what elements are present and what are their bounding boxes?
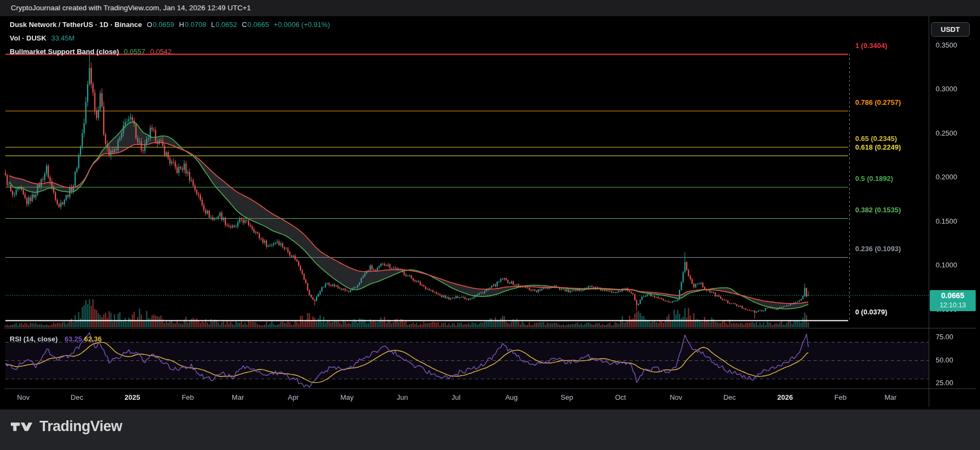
band-legend-row[interactable]: Bullmarket Support Band (close)0.05570.0… [10,48,330,56]
tradingview-logo[interactable]: TradingView [11,418,122,435]
current-price-value: 0.0665 [930,290,976,301]
volume-label: Vol · DUSK [10,34,46,42]
rsi-value: 63.25 [65,335,83,343]
tradingview-wordmark: TradingView [39,418,122,435]
volume-legend-row[interactable]: Vol · DUSK33.45M [10,34,330,43]
high-label: H [179,21,184,29]
low-label: L [211,21,215,29]
change-value: +0.0006 (+0.91%) [274,21,330,29]
candle-countdown: 12:10:13 [930,301,976,310]
current-price-badge[interactable]: 0.0665 12:10:13 [930,290,976,311]
band-value-slow: 0.0542 [150,48,172,56]
price-axis[interactable] [929,16,976,407]
rsi-legend-row[interactable]: RSI (14, close) 63.25 62.36 [10,335,102,344]
symbol-title[interactable]: Dusk Network / TetherUS · 1D · Binance [10,21,142,29]
close-value: 0.0665 [247,21,269,29]
attribution-text: CryptoJournaal created with TradingView.… [11,4,251,12]
open-label: O [147,21,152,29]
attribution-bar: CryptoJournaal created with TradingView.… [0,0,980,16]
rsi-ma-value: 62.36 [84,335,102,343]
bottom-bar: TradingView [0,409,980,450]
time-axis[interactable] [4,389,929,407]
close-label: C [242,21,247,29]
rsi-label: RSI (14, close) [10,335,58,343]
tradingview-mark-icon [11,419,32,434]
band-value-fast: 0.0557 [124,48,145,56]
low-value: 0.0652 [216,21,237,29]
chart-canvas[interactable] [4,16,976,407]
open-value: 0.0659 [153,21,174,29]
volume-value: 33.45M [51,34,75,42]
legend: Dusk Network / TetherUS · 1D · BinanceO0… [10,21,330,61]
band-label: Bullmarket Support Band (close) [10,48,119,56]
high-value: 0.0708 [185,21,206,29]
currency-toggle-button[interactable]: USDT [931,22,970,37]
symbol-legend-row[interactable]: Dusk Network / TetherUS · 1D · BinanceO0… [10,21,330,29]
